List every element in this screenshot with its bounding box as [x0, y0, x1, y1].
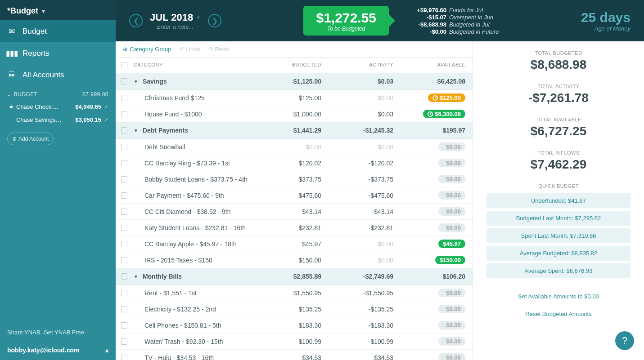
help-button[interactable]: ?	[615, 331, 634, 350]
category-group-row[interactable]: ▼Monthly Bills$2,855.89-$2,749.69$106.20	[116, 268, 473, 285]
nav-budget[interactable]: ✉ Budget	[0, 20, 116, 42]
available-pill[interactable]: $0.00	[438, 159, 465, 167]
group-checkbox[interactable]	[121, 273, 127, 280]
category-checkbox[interactable]	[121, 176, 127, 182]
budget-switcher[interactable]: *Budget ▼	[0, 0, 116, 20]
category-checkbox[interactable]	[121, 144, 127, 150]
inspector-action[interactable]: Set Available Amounts to $0.00	[486, 289, 630, 304]
available-pill[interactable]: $150.00	[435, 256, 465, 264]
activity-cell[interactable]: -$475.60	[321, 192, 393, 199]
activity-cell[interactable]: -$120.02	[321, 160, 393, 167]
budgeted-cell[interactable]: $232.81	[249, 224, 321, 231]
budgeted-cell[interactable]: $1,000.00	[249, 111, 321, 118]
activity-cell[interactable]: -$232.81	[321, 224, 393, 231]
budgeted-cell[interactable]: $373.75	[249, 176, 321, 183]
available-pill[interactable]: $125.00	[428, 93, 465, 102]
activity-cell[interactable]: -$135.25	[321, 306, 393, 313]
add-category-group-button[interactable]: ⊕Category Group	[123, 46, 171, 53]
category-checkbox[interactable]	[121, 192, 127, 199]
category-checkbox[interactable]	[121, 209, 127, 215]
month-note-input[interactable]: Enter a note...	[150, 23, 201, 30]
month-selector[interactable]: JUL 2018 ▼	[150, 12, 201, 23]
activity-cell[interactable]: -$100.99	[321, 338, 393, 345]
activity-cell[interactable]: -$43.14	[321, 208, 393, 215]
category-checkbox[interactable]	[121, 111, 127, 117]
available-pill[interactable]: $0.00	[438, 305, 465, 313]
add-account-button[interactable]: ⊕ Add Account	[7, 133, 54, 145]
activity-cell[interactable]: $0.00	[321, 143, 393, 151]
sidebar-section-budget[interactable]: ⌄BUDGET $7,999.80	[0, 86, 116, 100]
available-pill[interactable]: $0.00	[438, 289, 465, 297]
budgeted-cell[interactable]: $150.00	[249, 257, 321, 264]
budgeted-cell[interactable]: $125.00	[249, 94, 321, 102]
category-row[interactable]: Car Payment - $475.60 - 9th$475.60-$475.…	[116, 187, 473, 204]
available-pill[interactable]: $0.00	[438, 223, 465, 232]
category-row[interactable]: Katy Student Loans - $232.81 - 16th$232.…	[116, 220, 473, 236]
category-checkbox[interactable]	[121, 355, 127, 360]
select-all-checkbox[interactable]	[121, 62, 127, 68]
available-pill[interactable]: $0.00	[438, 142, 465, 151]
category-row[interactable]: Bobby Student Loans - $373.75 - 4th$373.…	[116, 171, 473, 187]
budgeted-cell[interactable]: $1,550.95	[249, 289, 321, 297]
undo-button[interactable]: ↶Undo	[180, 46, 200, 53]
budgeted-cell[interactable]: $43.14	[249, 208, 321, 215]
category-checkbox[interactable]	[121, 290, 127, 296]
category-row[interactable]: Water/ Trash - $92.30 - 15th$100.99-$100…	[116, 333, 473, 350]
category-checkbox[interactable]	[121, 225, 127, 231]
prev-month-button[interactable]: ❮	[129, 14, 143, 27]
activity-cell[interactable]: $0.03	[321, 111, 393, 118]
category-row[interactable]: IRS - 2015 Taxes - $150$150.00$0.00$150.…	[116, 252, 473, 268]
available-pill[interactable]: $0.00	[438, 175, 465, 183]
budgeted-cell[interactable]: $183.30	[249, 322, 321, 329]
budgeted-cell[interactable]: $135.25	[249, 306, 321, 313]
budgeted-cell[interactable]: $475.60	[249, 192, 321, 199]
budgeted-cell[interactable]: $45.97	[249, 240, 321, 248]
category-checkbox[interactable]	[121, 160, 127, 166]
redo-button[interactable]: ↷Redo	[208, 46, 229, 53]
category-checkbox[interactable]	[121, 241, 127, 247]
nav-all-accounts[interactable]: 🏛 All Accounts	[0, 64, 116, 86]
age-of-money[interactable]: 25 days Age of Money	[581, 10, 630, 32]
quick-budget-option[interactable]: Spent Last Month: $7,310.66	[486, 228, 630, 243]
next-month-button[interactable]: ❯	[208, 14, 221, 27]
account-row[interactable]: Chase Checki…$4,949.65✓	[0, 100, 116, 113]
category-row[interactable]: House Fund - $1000$1,000.00$0.03$6,300.0…	[116, 106, 473, 122]
activity-cell[interactable]: -$1,550.95	[321, 289, 393, 297]
budgeted-cell[interactable]: $100.99	[249, 338, 321, 345]
available-pill[interactable]: $0.00	[438, 191, 465, 200]
quick-budget-option[interactable]: Average Spent: $6,676.93	[486, 263, 630, 278]
category-checkbox[interactable]	[121, 338, 127, 345]
account-row[interactable]: Chase Savings…$3,050.15✓	[0, 113, 116, 126]
category-checkbox[interactable]	[121, 95, 127, 101]
inspector-action[interactable]: Reset Budgeted Amounts	[486, 307, 630, 321]
budgeted-cell[interactable]: $0.00	[249, 143, 321, 151]
category-row[interactable]: CC Barclay Apple - $45.97 - 18th$45.97$0…	[116, 236, 473, 252]
budgeted-cell[interactable]: $120.02	[249, 160, 321, 167]
available-pill[interactable]: $45.97	[438, 240, 465, 248]
activity-cell[interactable]: -$34.53	[321, 354, 393, 360]
quick-budget-option[interactable]: Budgeted Last Month: $7,295.62	[486, 211, 630, 226]
activity-cell[interactable]: -$183.30	[321, 322, 393, 329]
activity-cell[interactable]: $0.00	[321, 240, 393, 248]
category-group-row[interactable]: ▼Savings$1,125.00$0.03$6,425.08	[116, 73, 473, 90]
quick-budget-option[interactable]: Average Budgeted: $8,935.82	[486, 246, 630, 261]
category-row[interactable]: Christmas Fund $125$125.00$0.00$125.00	[116, 90, 473, 106]
category-row[interactable]: TV - Hulu - $34.53 - 16th$34.53-$34.53$0…	[116, 350, 473, 360]
activity-cell[interactable]: -$373.75	[321, 176, 393, 183]
category-row[interactable]: Debt Snowball$0.00$0.00$0.00	[116, 139, 473, 155]
category-row[interactable]: Cell Phones - $150.81 - 5th$183.30-$183.…	[116, 317, 473, 333]
to-be-budgeted[interactable]: $1,272.55 To be Budgeted	[303, 6, 388, 36]
group-checkbox[interactable]	[121, 127, 127, 133]
activity-cell[interactable]: $0.00	[321, 94, 393, 102]
budgeted-cell[interactable]: $34.53	[249, 354, 321, 360]
activity-cell[interactable]: $0.00	[321, 257, 393, 264]
category-checkbox[interactable]	[121, 322, 127, 329]
category-row[interactable]: CC Citi Diamond - $38.52 - 9th$43.14-$43…	[116, 204, 473, 220]
available-pill[interactable]: $0.00	[438, 337, 465, 346]
category-checkbox[interactable]	[121, 257, 127, 263]
share-link[interactable]: Share YNAB. Get YNAB Free.	[0, 323, 116, 342]
nav-reports[interactable]: ▮▮▮ Reports	[0, 42, 116, 64]
group-checkbox[interactable]	[121, 78, 127, 84]
category-checkbox[interactable]	[121, 306, 127, 312]
category-group-row[interactable]: ▼Debt Payments$1,441.29-$1,245.32$195.97	[116, 122, 473, 139]
